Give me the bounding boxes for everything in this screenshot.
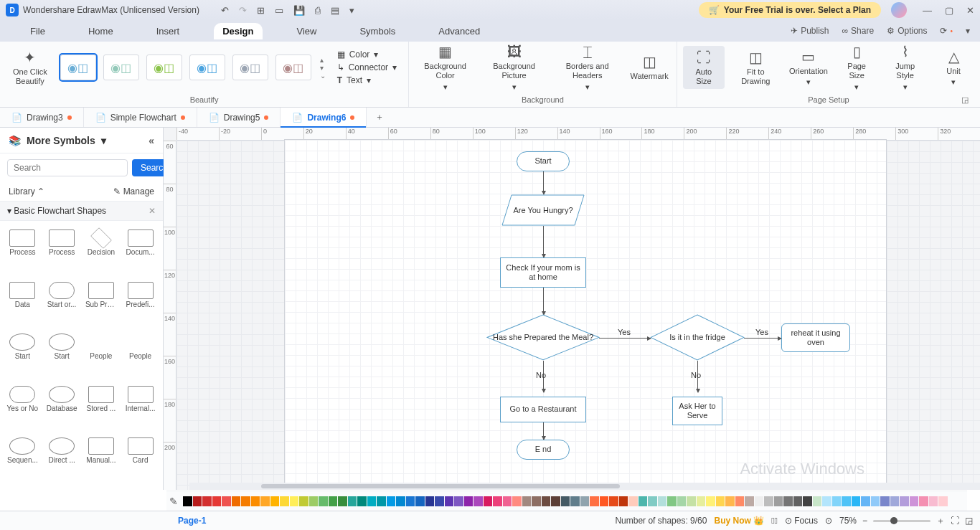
one-click-beautify-button[interactable]: ✦ One Click Beautify [6,46,55,89]
color-swatch[interactable] [202,496,212,506]
color-swatch[interactable] [832,496,842,506]
color-swatch[interactable] [745,496,754,506]
shape-item[interactable]: Manual... [83,435,120,484]
color-swatch[interactable] [871,496,880,506]
doc-tab-active[interactable]: 📄Drawing6 [281,108,367,127]
close-panel-button[interactable]: ✕ [149,206,156,216]
color-swatch[interactable] [260,496,270,506]
color-swatch[interactable] [735,496,745,506]
flowchart-end[interactable]: E nd [517,440,570,460]
color-swatch[interactable] [590,496,599,506]
doc-tab[interactable]: 📄Simple Flowchart [84,108,197,127]
trial-notice[interactable]: 🛒 Your Free Trial is over. Select a Plan [699,2,881,18]
color-swatch[interactable] [484,496,493,506]
color-swatch[interactable] [813,496,822,506]
menu-file[interactable]: File [22,23,54,39]
fullscreen-icon[interactable]: ◲ [965,516,973,526]
borders-headers-button[interactable]: ⌶Borders and Headers▾ [552,40,622,95]
flowchart-process[interactable]: reheat it using oven [781,323,850,352]
color-swatch[interactable] [435,496,444,506]
auto-size-button[interactable]: ⛶Auto Size [683,46,725,89]
color-swatch[interactable] [551,496,560,506]
menu-symbols[interactable]: Symbols [351,23,404,39]
connector-menu[interactable]: ↳ Connector ▾ [337,62,397,72]
shape-item[interactable]: People [122,331,159,380]
new-icon[interactable]: ⊞ [257,5,265,16]
color-swatch[interactable] [454,496,463,506]
print-icon[interactable]: ⎙ [315,5,321,16]
page[interactable]: Start Are You Hungry? Check If your mom … [284,139,887,483]
color-swatch[interactable] [396,496,405,506]
color-swatch[interactable] [774,496,783,506]
color-swatch[interactable] [493,496,502,506]
color-swatch[interactable] [938,496,948,506]
color-swatch[interactable] [183,496,192,506]
color-swatch[interactable] [503,496,512,506]
color-swatch[interactable] [464,496,473,506]
color-swatch[interactable] [667,496,677,506]
shapes-panel-header[interactable]: ▾ Basic Flowchart Shapes ✕ [0,201,163,221]
fit-page-icon[interactable]: ⛶ [951,516,959,526]
page-tab[interactable]: Page-1 [174,516,210,526]
zoom-in-button[interactable]: ＋ [936,515,945,527]
flowchart-start[interactable]: Start [517,151,570,171]
color-swatch[interactable] [270,496,280,506]
options-button[interactable]: ⚙ Options [887,26,927,36]
color-swatch[interactable] [348,496,357,506]
color-swatch[interactable] [387,496,396,506]
color-swatch[interactable] [619,496,628,506]
color-swatch[interactable] [716,496,725,506]
color-swatch[interactable] [822,496,831,506]
shape-item[interactable]: Database [44,383,80,432]
flowchart-decision[interactable]: Is it in the fridge [651,315,744,361]
color-swatch[interactable] [764,496,773,506]
color-swatch[interactable] [658,496,667,506]
open-icon[interactable]: ▭ [275,5,283,16]
eyedropper-icon[interactable]: ✎ [169,496,178,507]
color-swatch[interactable] [415,496,425,506]
flowchart-process[interactable]: Go to a Restaurant [500,397,586,422]
color-swatch[interactable] [580,496,590,506]
color-swatch[interactable] [522,496,532,506]
theme-card[interactable]: ◉◫ [275,55,311,80]
color-swatch[interactable] [842,496,851,506]
zoom-slider[interactable] [873,520,930,522]
chevron-down-icon[interactable]: ▾ [101,135,106,146]
doc-tab[interactable]: 📄Drawing3 [0,108,84,127]
color-swatch[interactable] [280,496,289,506]
flowchart-data[interactable]: Are You Hungry? [501,194,585,226]
jump-style-button[interactable]: ⌇Jump Style▾ [883,40,927,95]
menu-insert[interactable]: Insert [148,23,189,39]
color-swatch[interactable] [193,496,202,506]
collapse-sidebar-button[interactable]: « [149,135,154,146]
zoom-out-button[interactable]: − [862,516,867,526]
presentation-icon[interactable]: ▶⃞ [771,516,778,526]
color-swatch[interactable] [561,496,570,506]
menu-advanced[interactable]: Advanced [430,23,489,39]
menu-more-icon[interactable]: ▾ [966,26,970,36]
user-avatar[interactable] [891,2,907,18]
color-swatch[interactable] [290,496,299,506]
color-swatch[interactable] [677,496,687,506]
zoom-level[interactable]: 75% [839,516,857,526]
flowchart-decision[interactable]: Has she Prepared the Meal? [487,315,599,361]
color-swatch[interactable] [251,496,260,506]
focus-button[interactable]: ⊙ Focus [785,516,818,526]
add-tab-button[interactable]: ＋ [367,108,392,127]
background-picture-button[interactable]: 🖼Background Picture▾ [481,40,547,95]
color-swatch[interactable] [697,496,706,506]
share-button[interactable]: ∞ Share [842,26,875,36]
shape-item[interactable]: Start or... [44,279,80,328]
menu-home[interactable]: Home [80,23,122,39]
color-swatch[interactable] [406,496,415,506]
theme-card[interactable]: ◉◫ [103,55,139,80]
color-swatch[interactable] [725,496,735,506]
shape-item[interactable]: Sub Pro... [83,279,120,328]
shape-item[interactable]: Predefi... [122,279,159,328]
horizontal-scrollbar[interactable] [189,483,980,490]
theme-gallery-nav[interactable]: ▴▾⌄ [317,56,326,80]
maximize-button[interactable]: ▢ [945,5,953,16]
doc-tab[interactable]: 📄Drawing5 [197,108,281,127]
color-swatch[interactable] [329,496,338,506]
color-swatch[interactable] [648,496,657,506]
